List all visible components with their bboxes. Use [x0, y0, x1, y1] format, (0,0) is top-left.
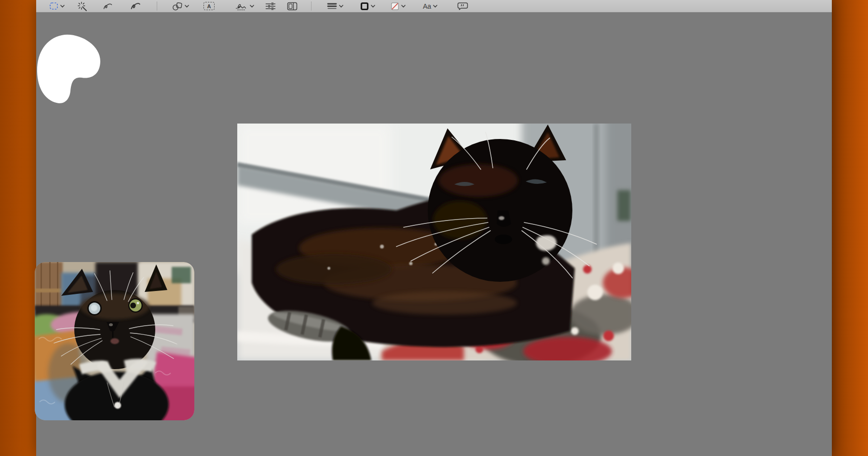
- speech-bubble-icon: [457, 2, 468, 11]
- sign-tool-button[interactable]: [235, 0, 254, 12]
- desktop-wallpaper-left: [0, 0, 36, 456]
- draw-squiggle-icon: [131, 2, 140, 10]
- dashed-selection-rect-icon: [49, 2, 58, 10]
- instant-alpha-tool-button[interactable]: [78, 0, 88, 12]
- border-color-tool-button[interactable]: [360, 0, 375, 12]
- text-style-icon: Aa: [423, 2, 431, 10]
- text-box-icon: A: [203, 2, 215, 10]
- selection-tool-button[interactable]: [49, 0, 65, 12]
- fill-color-swatch-icon: [391, 2, 399, 11]
- toolbar-divider: [311, 1, 312, 11]
- chevron-down-icon: [433, 5, 437, 8]
- document-canvas: [36, 13, 832, 456]
- line-weight-icon: [327, 2, 337, 10]
- white-blob-annotation[interactable]: [37, 34, 102, 105]
- preview-window: A: [36, 0, 832, 456]
- desktop-wallpaper-right: [832, 0, 868, 456]
- signature-icon: [235, 2, 248, 11]
- adjust-tool-button[interactable]: [265, 0, 276, 12]
- markup-toolbar: A: [36, 0, 832, 13]
- chevron-down-icon: [371, 5, 375, 8]
- border-color-swatch-icon: [360, 2, 369, 11]
- shapes-icon: [172, 2, 183, 11]
- text-tool-label: A: [207, 3, 211, 9]
- text-style-tool-button[interactable]: Aa: [423, 0, 437, 12]
- sketch-squiggle-icon: [103, 2, 112, 10]
- annotate-tool-button[interactable]: [457, 0, 468, 12]
- chevron-down-icon: [339, 5, 343, 8]
- toolbar-divider: [157, 1, 157, 11]
- text-tool-button[interactable]: A: [203, 0, 215, 12]
- shape-style-tool-button[interactable]: [327, 0, 343, 12]
- sketch-tool-button[interactable]: [103, 0, 112, 12]
- magic-wand-icon: [78, 1, 88, 11]
- draw-tool-button[interactable]: [131, 0, 140, 12]
- small-cat-photo[interactable]: [35, 262, 194, 420]
- chevron-down-icon: [401, 5, 406, 8]
- chevron-down-icon: [185, 5, 189, 8]
- sliders-icon: [265, 2, 276, 11]
- chevron-down-icon: [60, 5, 65, 8]
- fill-color-tool-button[interactable]: [391, 0, 406, 12]
- crop-frame-icon: [287, 2, 298, 11]
- crop-tool-button[interactable]: [287, 0, 298, 12]
- large-cat-photo[interactable]: [237, 124, 631, 360]
- chevron-down-icon: [250, 5, 254, 8]
- shapes-tool-button[interactable]: [172, 0, 189, 12]
